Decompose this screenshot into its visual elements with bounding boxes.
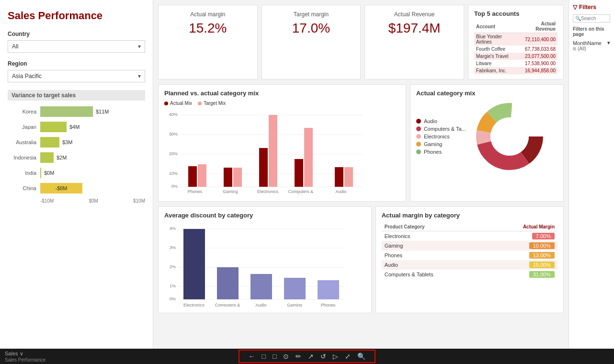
table-row: Litware17,538,900.00: [474, 60, 557, 67]
svg-rect-45: [284, 278, 306, 299]
svg-rect-10: [188, 166, 197, 187]
bar-label: Australia: [8, 139, 36, 145]
col-product: Product Category: [382, 223, 486, 231]
settings-icon[interactable]: ⊙: [282, 352, 290, 361]
filter-item-monthname: MonthName ▾ is (All): [573, 40, 610, 51]
table-row: Blue Yonder Airlines72,110,400.00: [474, 33, 557, 46]
svg-rect-16: [295, 159, 303, 187]
refresh-icon[interactable]: ↺: [319, 352, 328, 361]
legend-label: Electronics: [424, 134, 450, 139]
svg-rect-13: [233, 168, 242, 187]
bar-positive: [40, 106, 93, 117]
col-revenue: Actual Revenue: [518, 20, 557, 33]
list-item: Phones13.00%: [382, 250, 557, 260]
revenue-cell: 16,944,858.00: [518, 67, 557, 74]
legend-label: Computers & Ta...: [424, 126, 466, 132]
kpi-value: 17.0%: [292, 21, 330, 36]
bottom-bar: Sales ∨ Sales Performance ← □ □ ⊙ ✏ ↗ ↺ …: [0, 349, 614, 364]
legend-dot-target: [198, 102, 202, 105]
back-icon[interactable]: ←: [247, 352, 257, 361]
category-cell: Audio: [382, 260, 486, 270]
kpi-row: Actual margin 15.2% Target margin 17.0% …: [158, 5, 564, 80]
col-account: Account: [474, 20, 518, 33]
svg-text:1%: 1%: [170, 284, 176, 288]
sidebar: Sales Performance Country All ▾ Region A…: [0, 0, 153, 349]
svg-rect-12: [224, 168, 232, 187]
expand-icon[interactable]: ⤢: [343, 352, 352, 361]
legend-audio: Audio: [416, 118, 466, 124]
bar-container: -$8M: [40, 183, 145, 193]
svg-text:Tablets: Tablets: [294, 194, 308, 195]
list-item: Audio15.00%: [382, 260, 557, 270]
filter-search-box[interactable]: 🔍: [573, 14, 610, 23]
play-icon[interactable]: ▷: [331, 352, 340, 361]
svg-rect-43: [217, 267, 239, 299]
filter-panel: ▽ Filters 🔍 Filters on this page MonthNa…: [569, 0, 614, 349]
zoom-icon[interactable]: 🔍: [356, 352, 367, 361]
bar-row-india: India $0M: [8, 168, 145, 178]
kpi-label: Target margin: [294, 11, 329, 18]
avg-discount-chart: Average discount by category 4% 3% 2% 1%…: [158, 206, 372, 313]
svg-text:2%: 2%: [170, 264, 176, 269]
kpi-actual-margin: Actual margin 15.2%: [158, 5, 258, 80]
legend-dot: [416, 142, 421, 147]
svg-text:30%: 30%: [169, 132, 178, 136]
country-select[interactable]: All ▾: [8, 40, 145, 53]
variance-title: Variance to target sales: [8, 90, 145, 101]
bar-value: $0M: [44, 170, 54, 176]
kpi-value: $197.4M: [388, 21, 441, 36]
bar-value: $2M: [57, 155, 67, 160]
legend-actual: Actual Mix: [164, 101, 192, 106]
svg-text:Phones: Phones: [188, 189, 203, 194]
legend-dot: [416, 134, 421, 139]
bar-container: $3M: [40, 137, 145, 148]
top5-title: Top 5 accounts: [474, 10, 557, 17]
svg-text:Audio: Audio: [335, 189, 346, 194]
category-cell: Phones: [382, 250, 486, 260]
variance-chart: Korea $11M Japan $4M Australia: [8, 104, 145, 205]
planned-chart-svg: 40% 30% 20% 10% 0%: [164, 109, 365, 195]
donut-legend: Audio Computers & Ta... Electronics: [416, 118, 466, 155]
svg-text:40%: 40%: [169, 112, 178, 117]
pencil-icon[interactable]: ✏: [294, 352, 303, 361]
page-name: Sales ∨: [5, 351, 23, 356]
variance-section: Variance to target sales Korea $11M Japa…: [8, 90, 145, 205]
bar-row-australia: Australia $3M: [8, 137, 145, 148]
bar-container: $0M: [40, 168, 145, 178]
top5-table: Account Actual Revenue Blue Yonder Airli…: [474, 20, 557, 74]
revenue-cell: 72,110,400.00: [518, 33, 557, 46]
axis-mid: $0M: [89, 198, 98, 204]
kpi-target-margin: Target margin 17.0%: [262, 5, 361, 80]
region-select[interactable]: Asia Pacific ▾: [8, 70, 145, 82]
page-title: Sales Performance: [8, 10, 145, 22]
axis-max: $10M: [133, 198, 145, 204]
account-cell: Litware: [474, 60, 518, 67]
charts-row-1: Planned vs. actual category mix Actual M…: [158, 84, 564, 202]
bar-positive: [40, 137, 59, 148]
filter-icon: ▽: [573, 4, 577, 11]
legend-target: Target Mix: [198, 101, 226, 106]
axis-labels: -$10M $0M $10M: [8, 198, 145, 204]
copy-icon[interactable]: □: [261, 352, 267, 361]
revenue-cell: 67,738,033.68: [518, 46, 557, 53]
account-cell: Margie's Travel: [474, 53, 518, 60]
chevron-down-icon: ▾: [138, 43, 141, 50]
donut-svg: [474, 101, 546, 172]
svg-rect-44: [250, 274, 272, 299]
page-icon[interactable]: □: [271, 352, 278, 361]
chevron-down-icon2: ▾: [138, 73, 141, 80]
bar-positive: [40, 122, 67, 132]
svg-text:Computers &: Computers &: [215, 303, 240, 307]
svg-text:Gaming: Gaming: [223, 189, 238, 194]
search-input[interactable]: [581, 16, 608, 21]
share-icon[interactable]: ↗: [307, 352, 315, 361]
axis-min: -$10M: [40, 198, 54, 204]
top5-card: Top 5 accounts Account Actual Revenue Bl…: [468, 5, 564, 80]
svg-text:3%: 3%: [170, 245, 176, 250]
svg-rect-42: [183, 229, 205, 299]
list-item: Computers & Tablets31.00%: [382, 270, 557, 279]
legend-dot: [416, 149, 421, 154]
main-content: Actual margin 15.2% Target margin 17.0% …: [153, 0, 569, 349]
svg-text:0%: 0%: [171, 184, 178, 189]
avg-discount-svg: 4% 3% 2% 1% 0%: [164, 223, 346, 307]
